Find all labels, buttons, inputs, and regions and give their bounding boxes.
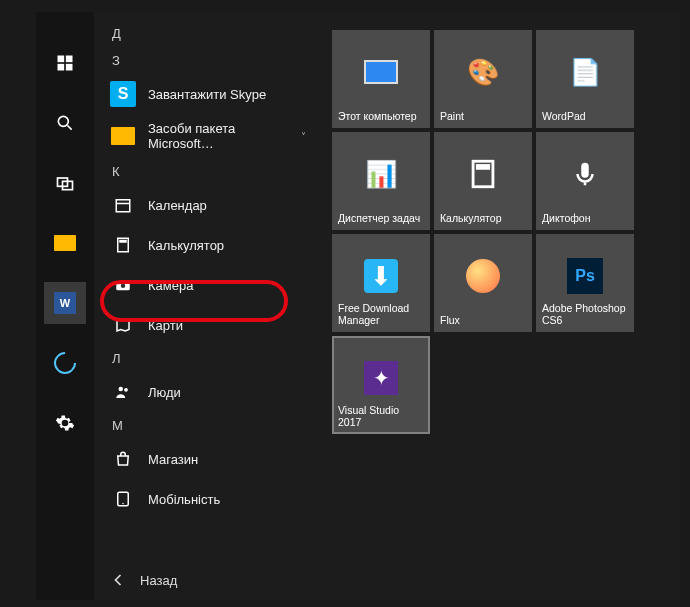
calculator-tile-icon: [463, 154, 503, 194]
svg-point-17: [122, 503, 124, 505]
letter-d[interactable]: Д: [94, 20, 322, 47]
calculator-icon: [110, 232, 136, 258]
tile-fdm[interactable]: ⬇Free Download Manager: [332, 234, 430, 332]
svg-line-5: [68, 126, 72, 130]
start-content: Д З SЗавантажити Skype Засоби пакета Mic…: [94, 12, 680, 600]
vs-icon: ✦: [361, 358, 401, 398]
search-icon[interactable]: [44, 102, 86, 144]
app-label: Камера: [148, 278, 193, 293]
tile-wordpad[interactable]: 📄WordPad: [536, 30, 634, 128]
mic-icon: [565, 154, 605, 194]
explorer-icon[interactable]: [44, 222, 86, 264]
app-store[interactable]: Магазин: [94, 439, 322, 479]
mobility-icon: [110, 486, 136, 512]
people-icon: [110, 379, 136, 405]
left-rail: W: [36, 12, 94, 600]
app-label: Календар: [148, 198, 207, 213]
camera-icon: [110, 272, 136, 298]
app-skype[interactable]: SЗавантажити Skype: [94, 74, 322, 114]
svg-rect-1: [66, 56, 73, 63]
tile-visual-studio[interactable]: ✦Visual Studio 2017: [332, 336, 430, 434]
skype-icon: S: [110, 81, 136, 107]
svg-point-13: [121, 284, 126, 289]
svg-rect-3: [66, 64, 73, 71]
svg-rect-2: [58, 64, 65, 71]
tile-taskmgr[interactable]: 📊Диспетчер задач: [332, 132, 430, 230]
app-label: Мобільність: [148, 492, 220, 507]
store-icon: [110, 446, 136, 472]
app-mobility[interactable]: Мобільність: [94, 479, 322, 519]
app-label: Калькулятор: [148, 238, 224, 253]
tile-paint[interactable]: 🎨Paint: [434, 30, 532, 128]
letter-l[interactable]: Л: [94, 345, 322, 372]
app-label: Карти: [148, 318, 183, 333]
tile-calculator[interactable]: Калькулятор: [434, 132, 532, 230]
app-camera[interactable]: Камера: [94, 265, 322, 305]
svg-point-14: [119, 387, 124, 392]
tiles-panel: Этот компьютер 🎨Paint 📄WordPad 📊Диспетче…: [322, 12, 680, 600]
app-label: Магазин: [148, 452, 198, 467]
taskmgr-icon: 📊: [361, 154, 401, 194]
svg-rect-0: [58, 56, 65, 63]
maps-icon: [110, 312, 136, 338]
svg-rect-19: [476, 164, 490, 170]
svg-rect-11: [119, 240, 127, 243]
tile-photoshop[interactable]: PsAdobe Photoshop CS6: [536, 234, 634, 332]
settings-gear-icon[interactable]: [44, 402, 86, 444]
svg-point-15: [124, 388, 128, 392]
photoshop-icon: Ps: [565, 256, 605, 296]
app-label: Завантажити Skype: [148, 87, 266, 102]
flux-icon: [466, 259, 500, 293]
tile-dictaphone[interactable]: Диктофон: [536, 132, 634, 230]
svg-point-4: [58, 116, 68, 126]
tile-flux[interactable]: Flux: [434, 234, 532, 332]
paint-icon: 🎨: [463, 52, 503, 92]
download-icon: ⬇: [364, 259, 398, 293]
back-label: Назад: [140, 573, 177, 588]
chevron-down-icon: ˅: [301, 131, 306, 142]
app-maps[interactable]: Карти: [94, 305, 322, 345]
task-view-icon[interactable]: [44, 162, 86, 204]
back-arrow-icon: [108, 570, 128, 590]
app-ms-tools-folder[interactable]: Засоби пакета Microsoft…˅: [94, 114, 322, 158]
back-button[interactable]: Назад: [108, 570, 177, 590]
refresh-icon[interactable]: [44, 342, 86, 384]
folder-icon: [110, 123, 136, 149]
app-label: Засоби пакета Microsoft…: [148, 121, 289, 151]
app-list[interactable]: Д З SЗавантажити Skype Засоби пакета Mic…: [94, 12, 322, 600]
wordpad-icon: 📄: [565, 52, 605, 92]
app-label: Люди: [148, 385, 181, 400]
app-calculator[interactable]: Калькулятор: [94, 225, 322, 265]
tile-this-pc[interactable]: Этот компьютер: [332, 30, 430, 128]
letter-z[interactable]: З: [94, 47, 322, 74]
svg-rect-8: [116, 200, 130, 212]
monitor-icon: [361, 52, 401, 92]
app-people[interactable]: Люди: [94, 372, 322, 412]
letter-m[interactable]: М: [94, 412, 322, 439]
start-menu: W Д З SЗавантажити Skype Засоби пакета M…: [36, 12, 680, 600]
app-calendar[interactable]: Календар: [94, 185, 322, 225]
letter-k[interactable]: К: [94, 158, 322, 185]
word-app-icon[interactable]: W: [44, 282, 86, 324]
calendar-icon: [110, 192, 136, 218]
svg-rect-20: [581, 163, 589, 178]
start-icon[interactable]: [44, 42, 86, 84]
